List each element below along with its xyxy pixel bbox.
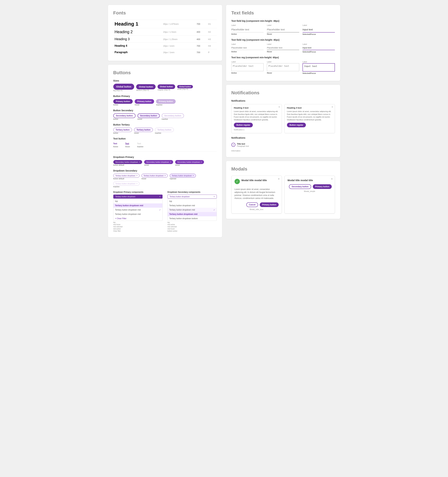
notif-card-1: × Heading 4 text Lorem ipsum dolor sit a… xyxy=(231,104,282,133)
dp-hover2-group: Secondary button dropdown ▾ Hover xyxy=(175,160,204,166)
tf-big-active-input[interactable] xyxy=(231,27,264,32)
text-hover-label: Hover xyxy=(125,146,135,148)
tf-box-hover-input[interactable] xyxy=(267,63,299,71)
secondary-row: Secondary button Active Secondary button… xyxy=(113,113,217,120)
modal1-primary-btn[interactable]: Primary button xyxy=(260,202,279,207)
tf-box-hover-label: Label xyxy=(267,61,299,63)
chevron-down-icon-7: ▾ xyxy=(136,183,137,185)
primary-active-label: Active xyxy=(113,104,133,106)
dp-hover-label: Secondary button dropdown xyxy=(146,161,169,163)
tf-box-focus-input[interactable]: Input text xyxy=(303,63,335,72)
dsc-list-item-selected[interactable]: Tertiary button dropdown mid ✓ xyxy=(168,208,217,212)
list-item-selected[interactable]: Tertiary button dropdown mid ✓ xyxy=(113,208,162,212)
tf-big-hover: Label Hover xyxy=(267,24,299,35)
list-item-hover[interactable]: Tertiary button dropdown mid xyxy=(113,203,162,208)
sizes-title: Sizes xyxy=(113,79,217,82)
list-item[interactable]: top xyxy=(113,199,162,203)
dsc-label-selected: mid selected xyxy=(168,226,217,228)
notif-close-2[interactable]: × xyxy=(332,106,333,108)
primary-btn-hover[interactable]: Primary button xyxy=(135,99,154,104)
check-icon-2: ✓ xyxy=(214,209,215,211)
notif-card2-btn[interactable]: Button regular xyxy=(287,123,306,127)
ds-opened-btn[interactable]: Tertiary button dropdown ▾ xyxy=(170,174,196,178)
font-row-p: Paragraph 16px / 1rem 700 P xyxy=(113,49,217,56)
tf-box-active: Label Active xyxy=(231,61,264,74)
global-btn-big[interactable]: Global button xyxy=(113,84,134,90)
dp-hover-btn[interactable]: Secondary button dropdown ▾ xyxy=(144,160,173,164)
tertiary-btn-active[interactable]: Tertiary button xyxy=(113,128,132,132)
tf-reg-hover-state: Hover xyxy=(267,51,299,53)
sizes-section: Sizes Global button Big (40px H) Global … xyxy=(113,79,217,91)
ds-active-btn[interactable]: Tertiary button dropdown ▾ xyxy=(113,174,140,178)
tf-big-focus-input[interactable] xyxy=(303,27,335,33)
notif-section1-title: Notifications xyxy=(231,99,335,102)
check-icon: ✓ xyxy=(159,209,161,211)
modal2-primary-btn[interactable]: Primary button xyxy=(313,184,332,189)
ds-inactive-group: Tertiary button dropdown ▾ Inactive xyxy=(113,182,140,188)
modal2-label: Modal_simple xyxy=(288,190,332,192)
dsc-label-active: mid active xyxy=(168,224,217,226)
dsc-list-item-top[interactable]: top xyxy=(168,199,217,203)
size-medium-desc: Medium (36px H) xyxy=(136,89,155,91)
font-tag-h4: H4 xyxy=(208,45,211,47)
tertiary-hover-group: Tertiary button Hover xyxy=(134,128,153,134)
dpc-header-btn[interactable]: Tertiary button dropdown ▾ xyxy=(113,195,163,199)
secondary-title: Button Secondary xyxy=(113,109,217,112)
check-circle-icon: ✓ xyxy=(234,179,240,184)
ds-hover-group: Tertiary button dropdown ▾ Hover xyxy=(141,174,168,180)
secondary-btn-active[interactable]: Secondary button xyxy=(113,113,135,118)
ds-hover-btn[interactable]: Tertiary button dropdown ▾ xyxy=(141,174,168,178)
global-btn-small[interactable]: Global button xyxy=(177,85,193,88)
tf-big-hover-input[interactable] xyxy=(267,27,299,32)
size-regular-group: Global button Regular (32px H) xyxy=(157,84,175,91)
tf-box-active-label: Label xyxy=(231,61,264,63)
secondary-hover-group: Secondary button Hover xyxy=(138,113,160,120)
tertiary-btn-hover[interactable]: Tertiary button xyxy=(134,128,153,132)
list-item-active[interactable]: Tertiary button dropdown mid xyxy=(113,212,162,216)
tf-box-row: Label Active Label Hover Label Input tex… xyxy=(231,61,335,74)
tf-box-active-input[interactable] xyxy=(231,63,264,71)
tf-reg-focus-input[interactable] xyxy=(303,46,335,50)
dp-hover2-btn[interactable]: Secondary button dropdown ▾ xyxy=(175,160,204,164)
font-tag-h2: H2 xyxy=(208,31,211,33)
modals-row: × ✓ Modal title modal title Lorem ipsum … xyxy=(231,176,335,214)
dsc-list-item-active[interactable]: Tertiary button dropdown mid xyxy=(168,203,217,208)
size-big-group: Global button Big (40px H) xyxy=(113,84,134,91)
dsc-header-btn[interactable]: Tertiary button dropdown ▾ xyxy=(168,195,217,199)
tf-box-focus: Label Input text Selected/Focus xyxy=(303,61,335,74)
secondary-btn-hover[interactable]: Secondary button xyxy=(138,113,160,118)
dropdown-primary-components: Dropdown Primary components Tertiary but… xyxy=(113,191,163,232)
global-btn-medium[interactable]: Global button xyxy=(136,84,155,89)
notif-close-1[interactable]: × xyxy=(279,106,280,108)
modals-title: Modals xyxy=(231,166,335,172)
notif-card1-btn[interactable]: Button regular xyxy=(234,123,253,127)
dp-active-btn[interactable]: Secondary button dropdown ▾ xyxy=(113,160,142,164)
dpc-label-clear: Clear filter xyxy=(113,230,163,232)
tf-reg-active-input[interactable] xyxy=(231,46,264,50)
list-item-clear[interactable]: × Clear Filter xyxy=(113,216,162,221)
modal-close-2[interactable]: × xyxy=(331,178,332,180)
dpc-label-top: top xyxy=(113,221,163,223)
chevron-down-icon-5: ▾ xyxy=(165,175,166,177)
dsc-list-item-bottom[interactable]: Tertiary button dropdown bottom xyxy=(168,216,217,221)
tf-reg-hover-input[interactable] xyxy=(267,46,299,50)
primary-inactive-group: Primary button Inactive xyxy=(156,99,175,106)
ds-hover-label: Tertiary button dropdown xyxy=(144,175,164,177)
dsc-label-hover: mid hover xyxy=(168,228,217,230)
dsc-list-item-hover[interactable]: Tertiary button dropdown mid xyxy=(168,212,217,216)
sizes-row: Global button Big (40px H) Global button… xyxy=(113,84,217,91)
tf-big-hover-label: Label xyxy=(267,24,299,26)
fonts-title: Fonts xyxy=(113,10,217,16)
modal2-secondary-btn[interactable]: Secondary button xyxy=(289,184,311,189)
text-btn-active[interactable]: Text xyxy=(113,142,117,146)
tf-big-focus: Label Selected/Focus xyxy=(303,24,335,35)
primary-btn-active[interactable]: Primary button xyxy=(113,99,133,104)
modal-close-1[interactable]: × xyxy=(278,178,279,180)
text-btn-hover[interactable]: Text xyxy=(125,142,129,146)
item-label: top xyxy=(115,200,118,202)
modal1-cancel-btn[interactable]: Cancel xyxy=(246,202,258,207)
tf-reg-active: Label Active xyxy=(231,43,264,53)
font-row-h3: Heading 3 20px / 1.25rem 400 H3 xyxy=(113,36,217,43)
global-btn-regular[interactable]: Global button xyxy=(157,84,175,89)
modal-simple: × Modal title modal title Secondary butt… xyxy=(285,176,335,214)
